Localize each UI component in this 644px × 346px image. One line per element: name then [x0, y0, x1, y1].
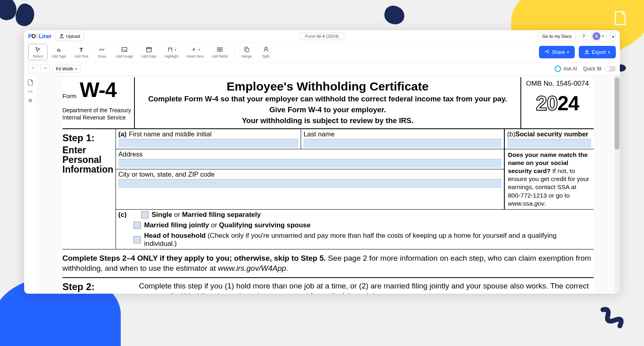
tool-label: Add Date — [141, 54, 157, 58]
upload-button[interactable]: Upload — [56, 32, 84, 41]
svg-rect-3 — [217, 47, 219, 49]
page-icon[interactable] — [26, 78, 34, 86]
chevron-down-icon: ▾ — [602, 34, 604, 38]
step2-p1: Complete this step if you (1) hold more … — [139, 281, 594, 294]
tool-label: Draw — [98, 54, 106, 58]
settings-icon[interactable]: ⚙ — [26, 97, 34, 105]
tool-add-fields[interactable]: Add fields — [208, 44, 232, 60]
step-1: Step 1: Enter Personal Information (a)Fi… — [62, 129, 594, 249]
export-label: Export — [592, 49, 606, 55]
document-title[interactable]: Form W-4 (2024) — [300, 33, 344, 40]
select-icon — [34, 46, 41, 53]
filing-married-row: Married filing jointly or Qualifying sur… — [116, 220, 594, 231]
scrollbar-vertical[interactable] — [614, 75, 620, 294]
tool-add-image[interactable]: Add Image — [111, 44, 137, 60]
tool-draw[interactable]: Draw — [92, 44, 111, 60]
add-text-icon: T — [78, 46, 85, 53]
dept-line2: Internal Revenue Service — [62, 114, 132, 121]
draw-icon — [98, 46, 105, 53]
form-word: Form — [62, 93, 76, 99]
app-window: PDFLiner Upload Form W-4 (2024) Go to my… — [24, 30, 620, 294]
form-title: Employee's Withholding Certificate — [139, 80, 516, 93]
add-sign-icon — [55, 46, 62, 53]
tool-highlight[interactable]: ▾Highlight — [160, 44, 182, 60]
single-checkbox[interactable] — [141, 211, 149, 218]
step-number: Step 1: — [62, 132, 113, 144]
add-fields-icon — [216, 46, 223, 53]
redo-button[interactable]: ↷ — [40, 64, 50, 74]
zoom-select[interactable]: Fit Width ▾ — [52, 65, 81, 73]
insert-item-icon: + — [190, 46, 198, 53]
download-icon — [584, 49, 589, 55]
svg-rect-8 — [246, 48, 249, 52]
hoh-checkbox[interactable] — [134, 236, 141, 243]
help-button[interactable]: ? — [579, 32, 588, 41]
export-button[interactable]: Export ▾ — [579, 46, 616, 58]
tool-split[interactable]: Split — [256, 44, 276, 60]
form-sub2: Give Form W-4 to your employer. — [139, 105, 516, 115]
tool-label: Highlight — [164, 54, 178, 58]
avatar: A — [592, 32, 601, 40]
tool-add-sign[interactable]: Add Sign — [47, 44, 70, 60]
ssn-field[interactable] — [507, 139, 591, 148]
decoration-logo — [608, 6, 632, 30]
form-code: W-4 — [80, 80, 116, 99]
split-icon — [262, 46, 270, 53]
app-logo[interactable]: PDFLiner — [28, 33, 52, 39]
omb-number: OMB No. 1545-0074 — [524, 80, 591, 88]
highlight-icon — [167, 46, 174, 53]
married-checkbox[interactable] — [134, 222, 141, 229]
tool-add-text[interactable]: TAdd Text — [70, 44, 93, 60]
scrollbar-thumb[interactable] — [615, 77, 619, 150]
svg-rect-4 — [220, 47, 222, 49]
document-page: Form W-4 Department of the Treasury Inte… — [62, 77, 594, 294]
upload-label: Upload — [66, 34, 80, 39]
svg-rect-6 — [220, 50, 222, 51]
first-name-field[interactable] — [118, 139, 298, 148]
document-viewport[interactable]: Form W-4 Department of the Treasury Inte… — [36, 75, 620, 294]
toolbar-separator — [234, 46, 235, 58]
account-menu[interactable]: A ▾ — [591, 31, 607, 41]
share-label: Share — [552, 49, 565, 55]
tool-insert-item[interactable]: +▾Insert Item — [182, 44, 208, 60]
form-sub1: Complete Form W-4 so that your employer … — [139, 94, 516, 104]
last-name-field[interactable] — [303, 139, 502, 148]
top-bar: PDFLiner Upload Form W-4 (2024) Go to my… — [24, 30, 620, 42]
tool-label: Merge — [242, 54, 252, 58]
share-button[interactable]: Share ▾ — [539, 46, 575, 58]
tool-label: Split — [262, 54, 270, 58]
svg-point-13 — [31, 80, 33, 82]
chevron-down-icon: ▾ — [75, 67, 77, 71]
toolbar: SelectAdd SignTAdd TextDrawAdd ImageAdd … — [24, 42, 620, 62]
more-button[interactable]: ▴ — [610, 32, 616, 41]
decoration-blob — [382, 4, 407, 26]
step2-title: Multiple Jobs or Spouse — [62, 293, 139, 294]
merge-icon — [243, 46, 250, 53]
undo-button[interactable]: ↶ — [28, 64, 38, 74]
tool-label: Select — [33, 54, 43, 58]
filing-hoh-row: Head of household (Check only if you're … — [116, 231, 594, 249]
tool-add-date[interactable]: Add Date — [137, 44, 161, 60]
chevron-down-icon: ▾ — [608, 50, 610, 54]
goto-docs-button[interactable]: Go to my Docs — [538, 32, 576, 41]
form-year: 2024 — [524, 92, 591, 115]
filing-single-row: (c) Single or Married filing separately — [116, 210, 594, 220]
page-number: 1/4 — [28, 90, 32, 93]
side-tools: 1/4 ⚙ — [24, 75, 36, 294]
dept-line1: Department of the Treasury — [62, 107, 132, 114]
form-sub3: Your withholding is subject to review by… — [139, 116, 516, 126]
quick-fill-switch[interactable] — [605, 66, 616, 72]
ai-icon — [555, 66, 561, 72]
svg-point-2 — [170, 48, 171, 49]
tool-merge[interactable]: Merge — [237, 44, 256, 60]
city-field[interactable] — [118, 179, 502, 188]
ask-ai-button[interactable]: Ask AI — [555, 66, 577, 72]
step-2: Step 2: Multiple Jobs or Spouse Complete… — [62, 278, 594, 294]
address-field[interactable] — [118, 159, 502, 168]
decoration-squiggle — [600, 306, 628, 330]
tool-label: Add fields — [212, 54, 228, 58]
tool-label: Add Sign — [52, 54, 66, 58]
upload-icon — [59, 33, 64, 39]
tool-select[interactable]: Select — [28, 44, 47, 60]
secondary-bar: ↶ ↷ Fit Width ▾ Ask AI Quick fill — [24, 62, 620, 75]
